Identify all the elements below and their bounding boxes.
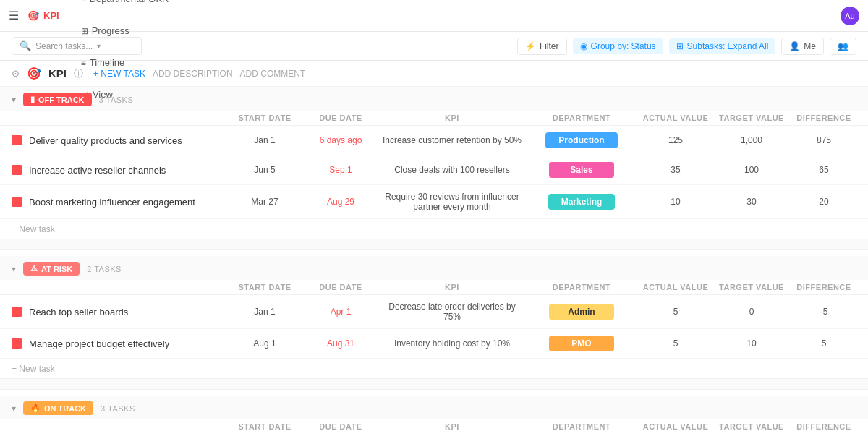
status-badge-at-risk[interactable]: ⚠ AT RISK <box>23 262 80 276</box>
task-start-date: Mar 27 <box>229 197 301 207</box>
section-off-track: ▾ ▮ OFF TRACK 3 TASKS START DATE DUE DAT… <box>0 87 868 250</box>
col-due-header: DUE DATE <box>301 283 380 291</box>
col-diff-header: DIFFERENCE <box>791 114 856 122</box>
avatar[interactable]: Au <box>841 7 859 25</box>
task-diff-value: -5 <box>791 307 856 317</box>
subtasks-button[interactable]: ⊞ Subtasks: Expand All <box>669 38 776 54</box>
task-name: Manage project budget effectively <box>29 338 227 349</box>
col-due-header: DUE DATE <box>301 422 380 431</box>
kpi-collapse-btn[interactable]: ⊙ <box>12 68 20 79</box>
task-actual-value: 10 <box>639 197 712 207</box>
me-button[interactable]: 👤 Me <box>781 38 824 55</box>
task-count-at-risk: 2 TASKS <box>87 265 122 273</box>
task-target-value: 1,000 <box>712 135 791 145</box>
subtasks-icon: ⊞ <box>676 41 684 51</box>
section-at-risk: ▾ ⚠ AT RISK 2 TASKS START DATE DUE DATE … <box>0 256 868 390</box>
search-box[interactable]: 🔍 Search tasks... ▾ <box>12 37 142 55</box>
filter-icon: ⚡ <box>525 41 536 51</box>
new-task-row-at-risk: + New task <box>0 359 868 378</box>
task-checkbox[interactable] <box>12 165 22 175</box>
task-checkbox[interactable] <box>12 135 22 145</box>
hamburger-icon[interactable]: ☰ <box>9 9 19 22</box>
new-task-btn-off-track[interactable]: + New task <box>12 224 55 234</box>
dept-tag: Marketing <box>548 194 616 210</box>
col-kpi-header: KPI <box>380 283 524 291</box>
task-target-value: 0 <box>712 307 791 317</box>
col-diff-header: DIFFERENCE <box>791 422 856 431</box>
task-due-date: 6 days ago <box>301 135 380 145</box>
col-actual-header: ACTUAL VALUE <box>639 283 712 291</box>
top-nav: ☰ 🎯 KPI 📄Getting Started Guide≡Summary≡D… <box>0 0 868 32</box>
col-target-header: TARGET VALUE <box>712 283 791 291</box>
task-checkbox[interactable] <box>12 338 22 349</box>
filter-label: Filter <box>540 41 559 51</box>
logo-icon: 🎯 <box>27 10 39 21</box>
col-dept-header: DEPARTMENT <box>524 283 639 291</box>
members-button[interactable]: 👥 <box>830 38 856 55</box>
col-headers-on-track: START DATE DUE DATE KPI DEPARTMENT ACTUA… <box>0 419 868 431</box>
task-row[interactable]: Manage project budget effectively Aug 1 … <box>0 329 868 359</box>
task-count-off-track: 3 TASKS <box>99 95 134 104</box>
col-actual-header: ACTUAL VALUE <box>639 114 712 122</box>
task-name: Reach top seller boards <box>29 307 227 317</box>
col-kpi-header: KPI <box>380 422 524 431</box>
add-task-btn[interactable]: + NEW TASK <box>93 69 145 79</box>
task-checkbox[interactable] <box>12 307 22 317</box>
tab-label: Departmental OKR <box>90 0 169 4</box>
task-kpi-value: Decrease late order deliveries by 75% <box>380 302 524 322</box>
badge-icon-on-track: 🔥 <box>30 404 41 413</box>
task-checkbox[interactable] <box>12 197 22 207</box>
task-kpi-value: Increase customer retention by 50% <box>380 135 524 145</box>
toolbar-right: ⚡ Filter ◉ Group by: Status ⊞ Subtasks: … <box>517 38 856 55</box>
task-row[interactable]: Boost marketing influencer engagement Ma… <box>0 185 868 219</box>
task-name-cell: Reach top seller boards <box>12 307 229 317</box>
col-target-header: TARGET VALUE <box>712 114 791 122</box>
section-divider <box>0 378 868 390</box>
task-actual-value: 125 <box>639 135 712 145</box>
task-row[interactable]: Increase active reseller channels Jun 5 … <box>0 155 868 185</box>
badge-label-on-track: ON TRACK <box>44 404 86 413</box>
section-collapse-at-risk[interactable]: ▾ <box>12 264 16 274</box>
status-badge-off-track[interactable]: ▮ OFF TRACK <box>23 93 92 106</box>
nav-right: Au <box>841 7 859 25</box>
task-row[interactable]: Deliver quality products and services Ja… <box>0 126 868 155</box>
task-diff-value: 5 <box>791 338 856 349</box>
sections-container: ▾ ▮ OFF TRACK 3 TASKS START DATE DUE DAT… <box>0 87 868 431</box>
new-task-btn-at-risk[interactable]: + New task <box>12 364 55 374</box>
task-start-date: Jan 1 <box>229 307 301 317</box>
group-by-label: Group by: Status <box>591 41 656 51</box>
status-badge-on-track[interactable]: 🔥 ON TRACK <box>23 401 93 415</box>
members-icon: 👥 <box>838 41 848 51</box>
kpi-info-icon[interactable]: ⓘ <box>74 67 83 80</box>
nav-tab-departmental-okr[interactable]: ≡Departmental OKR <box>74 0 194 16</box>
logo-title: KPI <box>43 10 59 21</box>
task-target-value: 10 <box>712 338 791 349</box>
section-collapse-off-track[interactable]: ▾ <box>12 95 16 105</box>
task-row[interactable]: Reach top seller boards Jan 1 Apr 1 Decr… <box>0 295 868 329</box>
section-collapse-on-track[interactable]: ▾ <box>12 404 16 414</box>
avatar-circle: Au <box>841 7 859 25</box>
search-placeholder: Search tasks... <box>35 41 93 51</box>
dept-tag: PMO <box>549 336 614 351</box>
me-label: Me <box>804 41 816 51</box>
task-name-cell: Boost marketing influencer engagement <box>12 197 229 208</box>
filter-button[interactable]: ⚡ Filter <box>517 38 567 55</box>
task-start-date: Jan 1 <box>229 135 301 145</box>
tab-icon: ⊞ <box>81 26 88 36</box>
add-comment-btn[interactable]: ADD COMMENT <box>240 69 306 79</box>
group-by-button[interactable]: ◉ Group by: Status <box>573 38 663 54</box>
task-diff-value: 65 <box>791 165 856 175</box>
task-diff-value: 20 <box>791 197 856 207</box>
col-actual-header: ACTUAL VALUE <box>639 422 712 431</box>
task-actual-value: 5 <box>639 307 712 317</box>
add-desc-btn[interactable]: ADD DESCRIPTION <box>153 69 233 79</box>
tab-label: Timeline <box>90 57 125 68</box>
task-due-date: Aug 29 <box>301 197 380 207</box>
task-actual-value: 5 <box>639 338 712 349</box>
tab-label: Progress <box>92 25 129 36</box>
task-dept: Admin <box>524 304 639 320</box>
section-on-track: ▾ 🔥 ON TRACK 3 TASKS START DATE DUE DATE… <box>0 396 868 431</box>
task-target-value: 30 <box>712 197 791 207</box>
dept-tag: Production <box>545 132 617 148</box>
section-divider <box>0 239 868 250</box>
